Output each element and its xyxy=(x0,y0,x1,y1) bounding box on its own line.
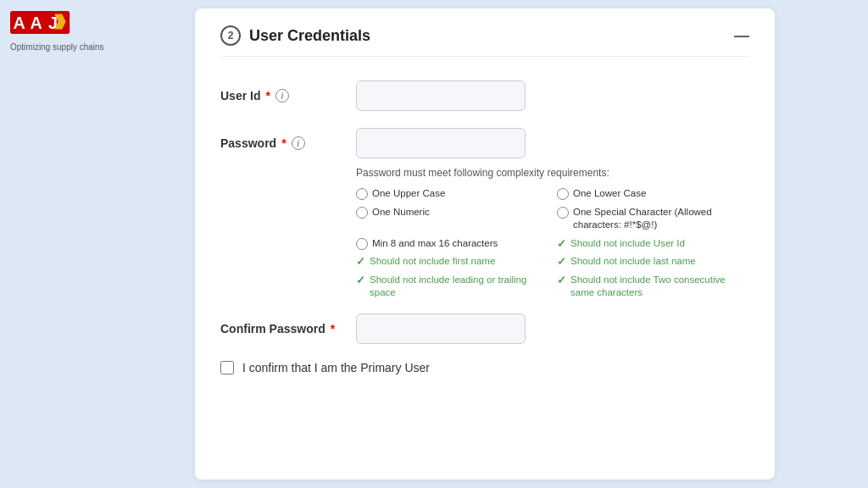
req-lower-case-text: One Lower Case xyxy=(573,187,646,201)
req-no-consecutive: ✓ Should not include Two consecutive sam… xyxy=(557,274,749,300)
primary-user-row: I confirm that I am the Primary User xyxy=(220,361,749,374)
req-numeric: One Numeric xyxy=(356,206,548,232)
req-lower-case-radio xyxy=(557,188,569,200)
req-numeric-text: One Numeric xyxy=(372,206,430,219)
user-id-label: User Id * i xyxy=(220,89,356,103)
user-id-row: User Id * i xyxy=(220,80,749,111)
req-special-char-text: One Special Character (Allowed character… xyxy=(573,206,749,232)
primary-user-checkbox[interactable] xyxy=(220,361,234,374)
req-no-consecutive-text: Should not include Two consecutive same … xyxy=(570,274,749,300)
password-label: Password * i xyxy=(220,136,356,150)
password-input[interactable] xyxy=(356,128,526,158)
req-upper-case-radio xyxy=(356,188,368,200)
logo-area: A A J Optimizing supply chains xyxy=(10,10,104,52)
collapse-icon[interactable]: — xyxy=(734,27,749,45)
complexity-title: Password must meet following complexity … xyxy=(356,167,749,179)
req-lower-case: One Lower Case xyxy=(557,187,749,201)
req-min-max: Min 8 and max 16 characters xyxy=(356,237,548,251)
req-no-userid-text: Should not include User Id xyxy=(570,237,685,251)
req-no-consecutive-check: ✓ xyxy=(557,274,566,286)
right-sidebar xyxy=(783,0,868,488)
req-no-firstname-check: ✓ xyxy=(356,255,365,268)
logo-tagline: Optimizing supply chains xyxy=(10,42,104,52)
req-numeric-radio xyxy=(356,207,368,219)
req-no-lastname-text: Should not include last name xyxy=(570,255,696,269)
req-min-max-text: Min 8 and max 16 characters xyxy=(372,237,498,251)
req-no-leading-space-check: ✓ xyxy=(356,274,365,286)
svg-text:A: A xyxy=(30,14,42,32)
req-no-leading-space: ✓ Should not include leading or trailing… xyxy=(356,274,548,300)
confirm-password-row: Confirm Password * xyxy=(220,313,749,344)
req-no-userid-check: ✓ xyxy=(557,237,566,250)
req-no-lastname-check: ✓ xyxy=(557,255,566,268)
left-sidebar: A A J Optimizing supply chains xyxy=(0,0,195,488)
req-no-lastname: ✓ Should not include last name xyxy=(557,255,749,269)
req-no-firstname-text: Should not include first name xyxy=(370,255,495,269)
requirements-grid: One Upper Case One Lower Case One Numeri… xyxy=(356,187,749,300)
password-required: * xyxy=(281,136,286,150)
req-min-max-radio xyxy=(356,238,368,250)
step-number: 2 xyxy=(220,25,241,46)
user-id-input[interactable] xyxy=(356,80,526,111)
confirm-password-input[interactable] xyxy=(356,313,526,344)
section-header: 2 User Credentials — xyxy=(220,25,749,57)
req-upper-case: One Upper Case xyxy=(356,187,548,201)
req-upper-case-text: One Upper Case xyxy=(372,187,445,201)
confirm-password-label: Confirm Password * xyxy=(220,322,356,336)
user-id-required: * xyxy=(265,89,270,103)
confirm-password-required: * xyxy=(331,322,335,336)
req-special-char-radio xyxy=(557,207,569,219)
req-no-leading-space-text: Should not include leading or trailing s… xyxy=(370,274,548,300)
main-content: 2 User Credentials — User Id * i Passwor… xyxy=(195,8,775,480)
aaj-logo-icon: A A J xyxy=(10,10,71,41)
section-title: User Credentials xyxy=(249,27,370,45)
password-row: Password * i xyxy=(220,128,749,158)
primary-user-label: I confirm that I am the Primary User xyxy=(242,361,430,374)
req-special-char: One Special Character (Allowed character… xyxy=(557,206,749,232)
password-info-icon[interactable]: i xyxy=(292,136,305,150)
svg-text:A: A xyxy=(14,14,25,32)
section-title-area: 2 User Credentials xyxy=(220,25,370,46)
user-id-info-icon[interactable]: i xyxy=(275,89,289,103)
complexity-container: Password must meet following complexity … xyxy=(356,167,749,300)
req-no-firstname: ✓ Should not include first name xyxy=(356,255,548,269)
req-no-userid: ✓ Should not include User Id xyxy=(557,237,749,251)
